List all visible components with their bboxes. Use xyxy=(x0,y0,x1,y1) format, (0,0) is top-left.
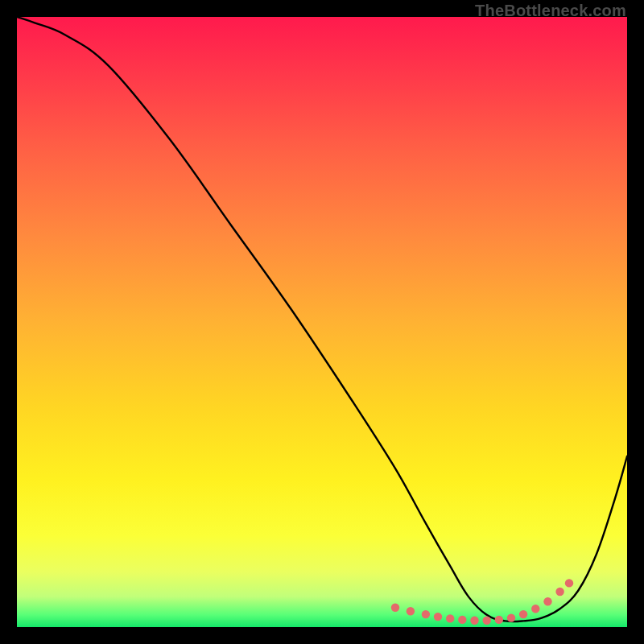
curve-path xyxy=(17,17,627,621)
highlight-dot xyxy=(507,613,515,621)
curve-layer xyxy=(17,17,627,627)
bottleneck-curve xyxy=(17,17,627,621)
watermark-text: TheBottleneck.com xyxy=(475,2,626,20)
highlight-dot xyxy=(446,614,454,622)
highlight-dot xyxy=(407,607,415,615)
highlight-dot xyxy=(422,610,430,618)
highlight-dot xyxy=(519,610,527,618)
outer-frame: TheBottleneck.com xyxy=(0,0,644,644)
highlight-dot xyxy=(543,597,551,605)
plot-area xyxy=(17,17,627,627)
highlight-dot xyxy=(483,617,491,625)
highlight-dot xyxy=(565,579,573,587)
highlight-dots xyxy=(391,579,573,625)
highlight-dot xyxy=(458,616,466,624)
highlight-dot xyxy=(391,604,399,612)
highlight-dot xyxy=(555,588,564,596)
highlight-dot xyxy=(495,616,503,624)
highlight-dot xyxy=(434,613,442,621)
highlight-dot xyxy=(531,605,539,613)
highlight-dot xyxy=(470,617,478,625)
